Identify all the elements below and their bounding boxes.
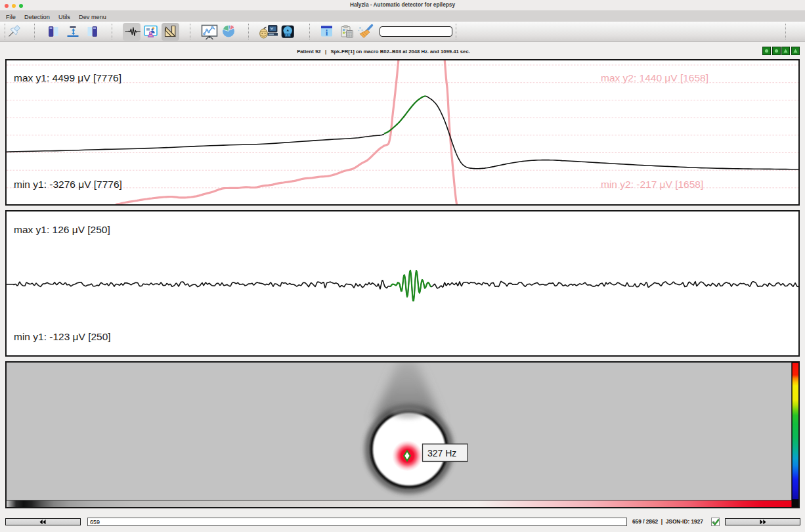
svg-text:327 Hz: 327 Hz	[427, 448, 456, 458]
svg-text:i: i	[326, 28, 328, 37]
